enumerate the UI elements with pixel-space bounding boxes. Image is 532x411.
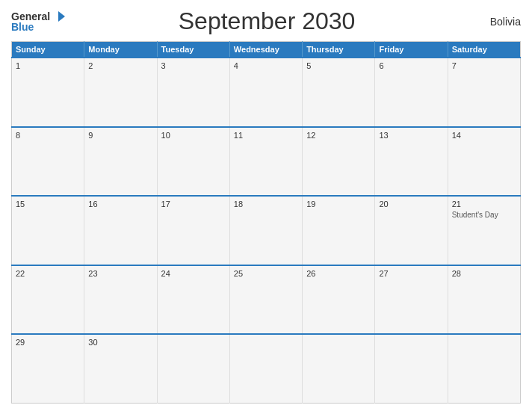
calendar-day-cell: 11 — [229, 127, 302, 197]
day-number: 3 — [161, 61, 226, 70]
day-number: 13 — [379, 131, 443, 140]
calendar-day-cell: 30 — [84, 334, 157, 404]
day-number: 23 — [88, 269, 152, 278]
calendar-day-cell: 27 — [375, 265, 448, 335]
calendar-day-cell: 5 — [303, 58, 375, 127]
calendar-day-cell: 18 — [229, 196, 302, 265]
calendar-day-cell: 4 — [229, 58, 302, 127]
calendar-day-cell: 26 — [303, 265, 375, 335]
day-number: 22 — [16, 269, 80, 278]
header-friday: Friday — [375, 42, 448, 58]
calendar-day-cell: 22 — [12, 265, 84, 335]
calendar-week-row: 22232425262728 — [12, 265, 521, 335]
page: General Blue September 2030 Bolivia Sund… — [0, 0, 532, 411]
logo-flag-icon — [52, 11, 65, 22]
day-number: 19 — [306, 200, 371, 208]
calendar-day-cell: 24 — [157, 265, 229, 335]
calendar-day-cell: 16 — [84, 196, 157, 265]
calendar-table: Sunday Monday Tuesday Wednesday Thursday… — [11, 41, 521, 404]
calendar-day-cell: 29 — [12, 334, 84, 404]
calendar-day-cell: 28 — [448, 265, 520, 335]
day-number: 10 — [161, 131, 226, 140]
calendar-day-cell — [229, 334, 302, 404]
day-number: 16 — [88, 200, 152, 208]
days-header-row: Sunday Monday Tuesday Wednesday Thursday… — [12, 42, 521, 58]
calendar-day-cell: 10 — [157, 127, 229, 197]
day-number: 6 — [379, 61, 443, 70]
calendar-day-cell — [157, 334, 229, 404]
calendar-day-cell: 8 — [12, 127, 84, 197]
calendar-day-cell — [375, 334, 448, 404]
day-number: 11 — [234, 131, 298, 140]
header-saturday: Saturday — [448, 42, 520, 58]
calendar-day-cell: 3 — [157, 58, 229, 127]
day-event: Student's Day — [452, 211, 516, 219]
day-number: 1 — [16, 61, 80, 70]
day-number: 18 — [234, 200, 298, 208]
day-number: 4 — [234, 61, 298, 70]
day-number: 28 — [452, 269, 516, 278]
country-label: Bolivia — [468, 16, 521, 28]
day-number: 7 — [452, 61, 516, 70]
calendar-day-cell: 14 — [448, 127, 520, 197]
calendar-week-row: 1234567 — [12, 58, 521, 127]
day-number: 14 — [452, 131, 516, 140]
calendar-day-cell: 20 — [375, 196, 448, 265]
svg-marker-0 — [58, 11, 65, 22]
calendar-day-cell — [448, 334, 520, 404]
day-number: 27 — [379, 269, 443, 278]
calendar-week-row: 2930 — [12, 334, 521, 404]
calendar-day-cell: 1 — [12, 58, 84, 127]
logo-general-text: General — [11, 11, 50, 22]
calendar-day-cell: 6 — [375, 58, 448, 127]
logo-blue-text: Blue — [11, 22, 34, 32]
header-sunday: Sunday — [12, 42, 84, 58]
header-wednesday: Wednesday — [229, 42, 302, 58]
day-number: 29 — [16, 338, 80, 347]
calendar-day-cell: 2 — [84, 58, 157, 127]
header: General Blue September 2030 Bolivia — [11, 7, 521, 35]
calendar-day-cell: 25 — [229, 265, 302, 335]
day-number: 24 — [161, 269, 226, 278]
calendar-day-cell — [303, 334, 375, 404]
day-number: 15 — [16, 200, 80, 208]
day-number: 8 — [16, 131, 80, 140]
calendar-day-cell: 9 — [84, 127, 157, 197]
calendar-day-cell: 19 — [303, 196, 375, 265]
day-number: 25 — [234, 269, 298, 278]
day-number: 9 — [88, 131, 152, 140]
calendar-day-cell: 12 — [303, 127, 375, 197]
calendar-day-cell: 13 — [375, 127, 448, 197]
calendar-week-row: 891011121314 — [12, 127, 521, 197]
day-number: 21 — [452, 200, 516, 208]
day-number: 2 — [88, 61, 152, 70]
calendar-day-cell: 15 — [12, 196, 84, 265]
calendar-day-cell: 23 — [84, 265, 157, 335]
calendar-day-cell: 7 — [448, 58, 520, 127]
day-number: 26 — [306, 269, 371, 278]
header-thursday: Thursday — [303, 42, 375, 58]
calendar-week-row: 15161718192021Student's Day — [12, 196, 521, 265]
calendar-day-cell: 17 — [157, 196, 229, 265]
day-number: 20 — [379, 200, 443, 208]
day-number: 17 — [161, 200, 226, 208]
calendar-title: September 2030 — [65, 7, 468, 35]
header-monday: Monday — [84, 42, 157, 58]
calendar-day-cell: 21Student's Day — [448, 196, 520, 265]
day-number: 30 — [88, 338, 152, 347]
day-number: 5 — [306, 61, 371, 70]
header-tuesday: Tuesday — [157, 42, 229, 58]
logo: General Blue — [11, 11, 65, 32]
day-number: 12 — [306, 131, 371, 140]
